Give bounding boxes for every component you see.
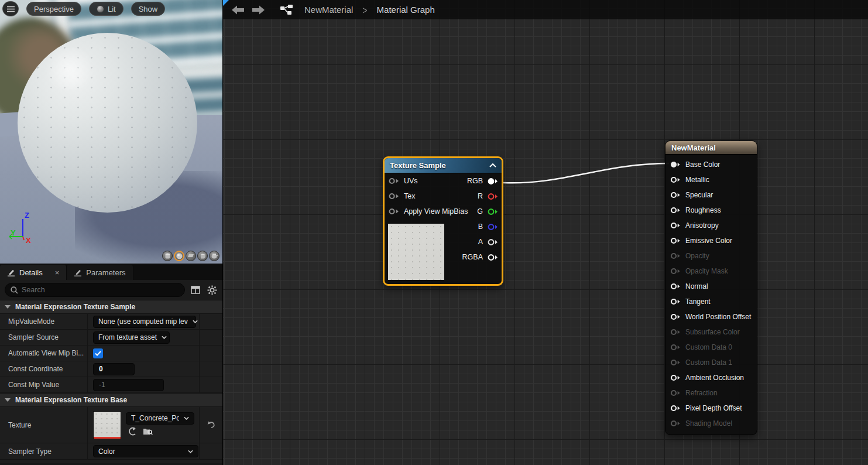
pin-socket-icon[interactable] <box>389 193 400 200</box>
pin-tangent[interactable]: Tangent <box>665 294 757 309</box>
pin-socket-icon[interactable] <box>487 208 498 216</box>
graph-toolbar: NewMaterial > Material Graph <box>223 0 868 19</box>
shape-plane-button[interactable] <box>186 251 196 261</box>
input-pin-apply-view-mipbias[interactable]: Apply View MipBias <box>389 204 468 219</box>
pin-socket-icon[interactable] <box>487 177 498 185</box>
lit-sphere-icon <box>97 5 104 13</box>
output-pin-b[interactable]: B <box>478 219 498 234</box>
pin-emissive-color[interactable]: Emissive Color <box>665 233 757 248</box>
pin-socket-icon[interactable] <box>670 298 681 305</box>
shape-cylinder-button[interactable] <box>162 251 173 261</box>
texture-sample-header[interactable]: Texture Sample <box>385 158 502 173</box>
section-collapse-icon <box>5 305 11 309</box>
pin-pixel-depth-offset[interactable]: Pixel Depth Offset <box>665 401 757 416</box>
pin-socket-icon[interactable] <box>670 237 681 244</box>
pin-socket-icon[interactable] <box>670 176 681 183</box>
shape-sphere-button[interactable] <box>174 251 184 261</box>
nav-back-button[interactable] <box>231 4 245 16</box>
show-button[interactable]: Show <box>131 2 166 16</box>
material-graph-canvas[interactable]: NewMaterial > Material Graph Texture Sam… <box>223 0 868 465</box>
search-input[interactable] <box>22 286 179 294</box>
lit-mode-button[interactable]: Lit <box>89 2 123 16</box>
prop-label: Texture <box>0 407 88 443</box>
material-node-header[interactable]: NewMaterial <box>665 141 757 155</box>
texture-thumbnail[interactable] <box>93 411 121 439</box>
pin-world-position-offset[interactable]: World Position Offset <box>665 309 757 324</box>
const-mip-value-input[interactable]: -1 <box>93 379 164 391</box>
pin-normal[interactable]: Normal <box>665 279 757 294</box>
input-pin-tex[interactable]: Tex <box>389 189 415 204</box>
input-pin-uvs[interactable]: UVs <box>389 173 418 189</box>
output-pin-rgba[interactable]: RGBA <box>462 249 498 265</box>
collapse-chevron-up-icon[interactable] <box>489 163 496 167</box>
tab-parameters[interactable]: Parameters <box>67 265 133 280</box>
pin-custom-data-1: Custom Data 1 <box>665 355 757 370</box>
pin-socket-icon[interactable] <box>389 208 400 215</box>
sampler-source-dropdown[interactable]: From texture asset <box>93 331 170 344</box>
search-box[interactable] <box>5 283 185 297</box>
texture-asset-dropdown[interactable]: T_Concrete_Pour <box>126 412 194 425</box>
pin-opacity-mask: Opacity Mask <box>665 264 757 279</box>
breadcrumb-separator: > <box>362 4 367 16</box>
prop-row-const-mip-value: Const Mip Value -1 <box>0 377 222 393</box>
output-pin-g[interactable]: G <box>477 204 498 219</box>
prop-row-auto-view-mip-bias: Automatic View Mip Bi... <box>0 346 222 361</box>
viewport-menu-button[interactable] <box>2 1 19 16</box>
column-view-button[interactable] <box>190 284 201 296</box>
pin-ambient-occlusion[interactable]: Ambient Occlusion <box>665 370 757 385</box>
pin-socket-icon[interactable] <box>670 374 681 381</box>
shape-cube-button[interactable] <box>197 251 208 261</box>
pin-metallic[interactable]: Metallic <box>665 172 757 187</box>
pin-specular[interactable]: Specular <box>665 187 757 203</box>
pin-socket-icon[interactable] <box>670 192 681 199</box>
mipvaluemode-dropdown[interactable]: None (use computed mip lev <box>93 316 196 328</box>
sampler-type-dropdown[interactable]: Color <box>93 445 198 457</box>
pin-anisotropy[interactable]: Anisotropy <box>665 218 757 233</box>
tab-close-icon[interactable]: × <box>55 268 60 277</box>
pin-socket-icon[interactable] <box>670 207 681 214</box>
column-view-icon <box>191 286 200 294</box>
preview-viewport[interactable]: Perspective Lit Show Z Y <box>0 0 222 264</box>
left-panel: Perspective Lit Show Z Y <box>0 0 223 465</box>
texture-sample-node[interactable]: Texture Sample UVs Tex <box>383 156 503 286</box>
perspective-button[interactable]: Perspective <box>26 2 81 16</box>
use-selected-asset-button[interactable] <box>128 427 137 438</box>
pin-roughness[interactable]: Roughness <box>665 203 757 218</box>
pin-socket-icon[interactable] <box>670 283 681 290</box>
details-settings-button[interactable] <box>206 284 218 296</box>
pin-socket-icon[interactable] <box>670 405 681 412</box>
auto-view-mip-bias-checkbox[interactable] <box>93 348 103 358</box>
panel-focus-corner <box>223 0 229 6</box>
tab-details[interactable]: Details × <box>0 265 67 280</box>
shape-teapot-button[interactable] <box>209 251 219 261</box>
pin-socket-icon[interactable] <box>670 313 681 320</box>
parameters-pen-icon <box>74 269 82 276</box>
prop-label: MipValueMode <box>0 314 88 329</box>
output-pin-rgb[interactable]: RGB <box>467 173 498 189</box>
nav-forward-button[interactable] <box>251 4 265 16</box>
browse-to-asset-button[interactable] <box>143 427 153 438</box>
pin-socket-icon[interactable] <box>487 223 498 231</box>
pin-socket-icon[interactable] <box>670 222 681 229</box>
output-pin-a[interactable]: A <box>478 234 498 249</box>
pin-socket-icon[interactable] <box>487 193 498 200</box>
wire-rgb-to-basecolor[interactable] <box>503 163 669 183</box>
reset-to-default-button[interactable] <box>207 420 215 430</box>
section-texture-sample[interactable]: Material Expression Texture Sample <box>0 300 222 314</box>
material-result-node[interactable]: NewMaterial Base Color Metallic Specular <box>665 141 757 435</box>
pin-socket-icon <box>670 268 681 275</box>
pin-socket-icon[interactable] <box>487 254 498 261</box>
pin-base-color[interactable]: Base Color <box>665 157 757 172</box>
const-coordinate-input[interactable]: 0 <box>93 363 135 375</box>
perspective-label: Perspective <box>34 5 74 13</box>
output-pin-r[interactable]: R <box>478 189 498 204</box>
breadcrumb-root[interactable]: NewMaterial <box>304 5 353 15</box>
pin-socket-icon[interactable] <box>389 177 400 184</box>
gear-icon <box>207 285 217 295</box>
section-texture-base[interactable]: Material Expression Texture Base <box>0 393 222 407</box>
material-editor-window: Perspective Lit Show Z Y <box>0 0 868 465</box>
pin-shading-model: Shading Model <box>665 416 757 431</box>
pin-socket-icon[interactable] <box>670 161 681 168</box>
viewport-toolbar: Perspective Lit Show <box>2 1 165 16</box>
pin-socket-icon[interactable] <box>487 238 498 246</box>
